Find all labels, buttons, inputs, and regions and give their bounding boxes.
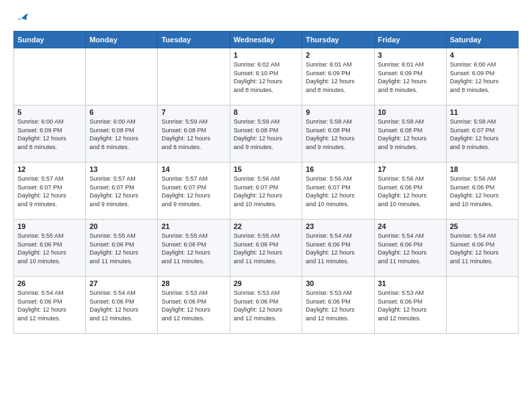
calendar-cell: 18Sunrise: 5:56 AM Sunset: 6:06 PM Dayli… xyxy=(446,163,518,220)
calendar-week-row: 5Sunrise: 6:00 AM Sunset: 6:09 PM Daylig… xyxy=(14,105,519,163)
calendar-cell: 6Sunrise: 6:00 AM Sunset: 6:08 PM Daylig… xyxy=(86,105,158,163)
calendar-cell: 16Sunrise: 5:56 AM Sunset: 6:07 PM Dayli… xyxy=(302,163,374,220)
calendar-cell: 20Sunrise: 5:55 AM Sunset: 6:06 PM Dayli… xyxy=(86,220,158,277)
day-info: Sunrise: 5:54 AM Sunset: 6:06 PM Dayligh… xyxy=(89,289,154,322)
day-number: 8 xyxy=(234,108,299,116)
day-number: 10 xyxy=(378,108,443,116)
day-number: 19 xyxy=(17,222,82,230)
day-info: Sunrise: 5:55 AM Sunset: 6:06 PM Dayligh… xyxy=(161,232,226,265)
weekday-header: Thursday xyxy=(302,32,374,48)
day-number: 2 xyxy=(306,51,370,59)
calendar-cell: 24Sunrise: 5:54 AM Sunset: 6:06 PM Dayli… xyxy=(374,220,446,277)
day-number: 16 xyxy=(306,165,370,173)
calendar-cell: 11Sunrise: 5:58 AM Sunset: 6:07 PM Dayli… xyxy=(446,105,518,163)
page-header xyxy=(13,13,519,26)
day-info: Sunrise: 6:00 AM Sunset: 6:08 PM Dayligh… xyxy=(89,118,154,151)
day-info: Sunrise: 5:55 AM Sunset: 6:06 PM Dayligh… xyxy=(89,232,154,265)
day-number: 7 xyxy=(161,108,226,116)
calendar-cell: 26Sunrise: 5:54 AM Sunset: 6:06 PM Dayli… xyxy=(14,277,86,334)
day-number: 9 xyxy=(306,108,370,116)
weekday-header: Friday xyxy=(374,32,446,48)
day-info: Sunrise: 5:54 AM Sunset: 6:06 PM Dayligh… xyxy=(306,232,370,265)
logo-bird-icon xyxy=(15,13,30,27)
weekday-header: Saturday xyxy=(446,32,518,48)
day-info: Sunrise: 5:56 AM Sunset: 6:06 PM Dayligh… xyxy=(378,175,443,208)
day-info: Sunrise: 6:00 AM Sunset: 6:09 PM Dayligh… xyxy=(17,118,82,151)
day-info: Sunrise: 6:01 AM Sunset: 6:09 PM Dayligh… xyxy=(306,60,370,94)
day-number: 30 xyxy=(306,279,370,287)
day-number: 22 xyxy=(234,222,299,230)
day-info: Sunrise: 6:02 AM Sunset: 6:10 PM Dayligh… xyxy=(234,60,299,94)
calendar-cell xyxy=(86,48,158,105)
calendar-cell: 14Sunrise: 5:57 AM Sunset: 6:07 PM Dayli… xyxy=(158,163,230,220)
day-info: Sunrise: 5:54 AM Sunset: 6:06 PM Dayligh… xyxy=(17,289,82,322)
calendar-cell: 21Sunrise: 5:55 AM Sunset: 6:06 PM Dayli… xyxy=(158,220,230,277)
calendar-cell: 19Sunrise: 5:55 AM Sunset: 6:06 PM Dayli… xyxy=(14,220,86,277)
day-number: 1 xyxy=(234,51,299,59)
calendar-table: SundayMondayTuesdayWednesdayThursdayFrid… xyxy=(13,31,519,334)
day-info: Sunrise: 5:54 AM Sunset: 6:06 PM Dayligh… xyxy=(450,232,515,265)
calendar-week-row: 12Sunrise: 5:57 AM Sunset: 6:07 PM Dayli… xyxy=(14,163,519,220)
weekday-header: Monday xyxy=(86,32,158,48)
day-number: 28 xyxy=(161,279,226,287)
calendar-cell: 12Sunrise: 5:57 AM Sunset: 6:07 PM Dayli… xyxy=(14,163,86,220)
calendar-week-row: 19Sunrise: 5:55 AM Sunset: 6:06 PM Dayli… xyxy=(14,220,519,277)
calendar-week-row: 26Sunrise: 5:54 AM Sunset: 6:06 PM Dayli… xyxy=(14,277,519,334)
calendar-cell: 23Sunrise: 5:54 AM Sunset: 6:06 PM Dayli… xyxy=(302,220,374,277)
day-info: Sunrise: 5:55 AM Sunset: 6:06 PM Dayligh… xyxy=(234,232,299,265)
calendar-cell: 28Sunrise: 5:53 AM Sunset: 6:06 PM Dayli… xyxy=(158,277,230,334)
weekday-header-row: SundayMondayTuesdayWednesdayThursdayFrid… xyxy=(14,32,519,48)
day-info: Sunrise: 5:54 AM Sunset: 6:06 PM Dayligh… xyxy=(378,232,443,265)
logo xyxy=(13,13,30,26)
calendar-cell: 8Sunrise: 5:59 AM Sunset: 6:08 PM Daylig… xyxy=(230,105,302,163)
day-info: Sunrise: 5:56 AM Sunset: 6:07 PM Dayligh… xyxy=(306,175,370,208)
day-number: 31 xyxy=(378,279,443,287)
day-number: 20 xyxy=(89,222,154,230)
day-number: 29 xyxy=(234,279,299,287)
day-info: Sunrise: 5:53 AM Sunset: 6:06 PM Dayligh… xyxy=(234,289,299,322)
day-info: Sunrise: 6:01 AM Sunset: 6:09 PM Dayligh… xyxy=(378,60,443,94)
calendar-cell: 2Sunrise: 6:01 AM Sunset: 6:09 PM Daylig… xyxy=(302,48,374,105)
calendar-week-row: 1Sunrise: 6:02 AM Sunset: 6:10 PM Daylig… xyxy=(14,48,519,105)
calendar-cell: 29Sunrise: 5:53 AM Sunset: 6:06 PM Dayli… xyxy=(230,277,302,334)
day-number: 3 xyxy=(378,51,443,59)
calendar-cell: 3Sunrise: 6:01 AM Sunset: 6:09 PM Daylig… xyxy=(374,48,446,105)
calendar-cell xyxy=(14,48,86,105)
day-info: Sunrise: 5:58 AM Sunset: 6:08 PM Dayligh… xyxy=(378,118,443,151)
day-number: 15 xyxy=(234,165,299,173)
day-number: 25 xyxy=(450,222,515,230)
day-info: Sunrise: 5:59 AM Sunset: 6:08 PM Dayligh… xyxy=(234,118,299,151)
calendar-cell: 22Sunrise: 5:55 AM Sunset: 6:06 PM Dayli… xyxy=(230,220,302,277)
day-number: 12 xyxy=(17,165,82,173)
day-info: Sunrise: 5:59 AM Sunset: 6:08 PM Dayligh… xyxy=(161,118,226,151)
calendar-cell: 15Sunrise: 5:56 AM Sunset: 6:07 PM Dayli… xyxy=(230,163,302,220)
day-number: 6 xyxy=(89,108,154,116)
day-info: Sunrise: 5:57 AM Sunset: 6:07 PM Dayligh… xyxy=(161,175,226,208)
calendar-cell: 10Sunrise: 5:58 AM Sunset: 6:08 PM Dayli… xyxy=(374,105,446,163)
day-info: Sunrise: 5:58 AM Sunset: 6:07 PM Dayligh… xyxy=(450,118,515,151)
day-info: Sunrise: 5:58 AM Sunset: 6:08 PM Dayligh… xyxy=(306,118,370,151)
calendar-cell: 17Sunrise: 5:56 AM Sunset: 6:06 PM Dayli… xyxy=(374,163,446,220)
calendar-cell: 13Sunrise: 5:57 AM Sunset: 6:07 PM Dayli… xyxy=(86,163,158,220)
calendar-cell: 5Sunrise: 6:00 AM Sunset: 6:09 PM Daylig… xyxy=(14,105,86,163)
day-info: Sunrise: 5:57 AM Sunset: 6:07 PM Dayligh… xyxy=(89,175,154,208)
day-info: Sunrise: 5:53 AM Sunset: 6:06 PM Dayligh… xyxy=(161,289,226,322)
calendar-cell: 4Sunrise: 6:00 AM Sunset: 6:09 PM Daylig… xyxy=(446,48,518,105)
day-info: Sunrise: 5:53 AM Sunset: 6:06 PM Dayligh… xyxy=(306,289,370,322)
weekday-header: Tuesday xyxy=(158,32,230,48)
day-number: 23 xyxy=(306,222,370,230)
day-number: 26 xyxy=(17,279,82,287)
weekday-header: Wednesday xyxy=(230,32,302,48)
day-info: Sunrise: 5:55 AM Sunset: 6:06 PM Dayligh… xyxy=(17,232,82,265)
day-number: 5 xyxy=(17,108,82,116)
day-number: 24 xyxy=(378,222,443,230)
calendar-cell: 9Sunrise: 5:58 AM Sunset: 6:08 PM Daylig… xyxy=(302,105,374,163)
calendar-cell: 1Sunrise: 6:02 AM Sunset: 6:10 PM Daylig… xyxy=(230,48,302,105)
calendar-cell: 30Sunrise: 5:53 AM Sunset: 6:06 PM Dayli… xyxy=(302,277,374,334)
calendar-cell: 25Sunrise: 5:54 AM Sunset: 6:06 PM Dayli… xyxy=(446,220,518,277)
weekday-header: Sunday xyxy=(14,32,86,48)
calendar-cell xyxy=(158,48,230,105)
calendar-cell xyxy=(446,277,518,334)
day-number: 18 xyxy=(450,165,515,173)
day-info: Sunrise: 5:53 AM Sunset: 6:06 PM Dayligh… xyxy=(378,289,443,322)
